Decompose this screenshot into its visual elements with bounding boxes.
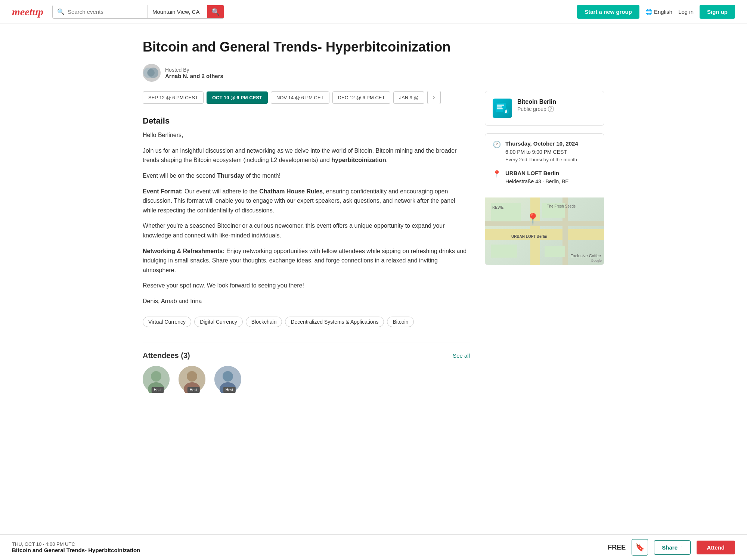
venue-address: Heidestraße 43 · Berlin, BE xyxy=(505,178,569,186)
globe-icon: 🌐 xyxy=(645,9,653,15)
group-name: Bitcoin Berlin xyxy=(517,99,556,105)
group-type-label: Public group xyxy=(517,106,546,112)
map-block-3 xyxy=(491,245,517,258)
host-names: Arnab N. and 2 others xyxy=(165,73,223,79)
map-google-label: Google xyxy=(591,259,602,262)
info-card-details: 🕐 Thursday, October 10, 2024 6:00 PM to … xyxy=(485,134,604,197)
tag-bitcoin[interactable]: Bitcoin xyxy=(387,317,414,327)
map-road-v1 xyxy=(530,197,540,265)
map-label-urban: URBAN LOFT Berlin xyxy=(511,234,547,239)
tag-decentralized[interactable]: Decentralized Systems & Applications xyxy=(285,317,384,327)
event-time: 6:00 PM to 9:00 PM CEST xyxy=(505,148,578,156)
venue-info-row: 📍 URBAN LOFT Berlin Heidestraße 43 · Ber… xyxy=(493,169,596,186)
date-info-text: Thursday, October 10, 2024 6:00 PM to 9:… xyxy=(505,140,578,163)
host-badge-0: Host xyxy=(152,387,164,393)
header-right: Start a new group 🌐 English Log in Sign … xyxy=(577,5,735,19)
group-info: Bitcoin Berlin Public group ? xyxy=(517,99,556,112)
para-networking: Networking & Refreshments: Enjoy network… xyxy=(143,246,470,275)
svg-rect-15 xyxy=(497,108,503,109)
format-text: Our event will adhere to the xyxy=(183,188,260,195)
event-info-card: 🕐 Thursday, October 10, 2024 6:00 PM to … xyxy=(485,133,604,265)
hyperbitcoinization-text: hyperbitcoinization xyxy=(331,157,386,163)
date-tab-2[interactable]: NOV 14 @ 6 PM CET xyxy=(271,91,329,104)
search-button[interactable]: 🔍 xyxy=(207,5,224,18)
login-button[interactable]: Log in xyxy=(678,9,694,15)
map-road-h2 xyxy=(485,221,604,226)
map-block-4 xyxy=(545,246,565,257)
svg-rect-13 xyxy=(497,105,504,106)
language-button[interactable]: 🌐 English xyxy=(645,9,672,15)
header: meetup 🔍 🔍 Start a new group 🌐 English L… xyxy=(0,0,747,24)
map-label-exclusive: Exclusive Coffee xyxy=(570,253,601,258)
venue-info-text: URBAN LOFT Berlin Heidestraße 43 · Berli… xyxy=(505,169,569,186)
group-type: Public group ? xyxy=(517,106,556,112)
para2-post: of the month! xyxy=(244,172,280,179)
map-placeholder: 📍 REWE URBAN LOFT Berlin The Fresh Seeds… xyxy=(485,197,604,265)
format-label: Event Format: xyxy=(143,188,183,195)
recurring-text: Every 2nd Thursday of the month xyxy=(505,156,578,164)
svg-point-2 xyxy=(147,69,155,77)
para1-end: . xyxy=(386,157,388,163)
svg-point-7 xyxy=(187,371,197,382)
date-info-row: 🕐 Thursday, October 10, 2024 6:00 PM to … xyxy=(493,140,596,163)
para-format: Event Format: Our event will adhere to t… xyxy=(143,187,470,215)
hosted-by: Hosted By Arnab N. and 2 others xyxy=(143,64,604,82)
svg-point-4 xyxy=(151,371,161,382)
details-heading: Details xyxy=(143,116,470,126)
clock-icon: 🕐 xyxy=(493,140,501,149)
new-group-button[interactable]: Start a new group xyxy=(577,5,639,19)
svg-rect-14 xyxy=(497,106,502,108)
attendees-section: Attendees (3) See all Host Host xyxy=(143,342,470,393)
venue-name: URBAN LOFT Berlin xyxy=(505,169,569,178)
date-tab-1[interactable]: OCT 10 @ 6 PM CEST xyxy=(207,91,268,104)
see-all-link[interactable]: See all xyxy=(453,352,470,359)
date-tab-4[interactable]: JAN 9 @ xyxy=(393,91,424,104)
host-badge-1: Host xyxy=(187,387,200,393)
tags-container: Virtual Currency Digital Currency Blockc… xyxy=(143,317,470,327)
group-card[interactable]: ₿ Bitcoin Berlin Public group ? xyxy=(485,91,604,126)
chatham-label: Chatham House Rules xyxy=(259,188,323,195)
networking-label: Networking & Refreshments: xyxy=(143,248,225,254)
map-pin: 📍 xyxy=(526,212,540,225)
attendee-item-1: Host xyxy=(179,366,208,393)
svg-point-10 xyxy=(223,371,233,382)
greeting-text: Hello Berliners, xyxy=(143,130,470,140)
tag-digital-currency[interactable]: Digital Currency xyxy=(194,317,243,327)
svg-text:₿: ₿ xyxy=(505,109,507,113)
hosted-by-label: Hosted By xyxy=(165,67,223,73)
attendee-item-0: Host xyxy=(143,366,173,393)
host-badge-2: Host xyxy=(223,387,236,393)
signature-text: Denis, Arnab and Irina xyxy=(143,296,470,306)
location-input[interactable] xyxy=(148,5,207,18)
attendees-list: Host Host Host xyxy=(143,366,470,393)
search-container: 🔍 🔍 xyxy=(52,5,224,19)
content-grid: SEP 12 @ 6 PM CEST OCT 10 @ 6 PM CEST NO… xyxy=(143,91,604,392)
group-logo: ₿ xyxy=(493,99,512,118)
meetup-logo[interactable]: meetup xyxy=(12,6,43,18)
search-input[interactable] xyxy=(68,9,143,15)
para2: Event will be on the second Thursday of … xyxy=(143,171,470,181)
event-date: Thursday, October 10, 2024 xyxy=(505,140,578,148)
thursday-text: Thursday xyxy=(217,172,244,179)
help-icon: ? xyxy=(548,106,554,112)
para2-pre: Event will be on the second xyxy=(143,172,217,179)
location-icon: 📍 xyxy=(493,170,501,178)
sidebar-inner: ₿ Bitcoin Berlin Public group ? xyxy=(485,91,604,265)
page-title: Bitcoin and General Trends- Hyperbitcoin… xyxy=(143,39,604,55)
map-label-fresh: The Fresh Seeds xyxy=(547,204,576,208)
search-input-wrapper: 🔍 xyxy=(53,5,148,18)
host-avatar xyxy=(143,64,161,82)
tag-blockchain[interactable]: Blockchain xyxy=(246,317,282,327)
date-tab-0[interactable]: SEP 12 @ 6 PM CEST xyxy=(143,91,204,104)
language-label: English xyxy=(654,9,672,15)
para1: Join us for an insightful discussion and… xyxy=(143,146,470,165)
date-tab-3[interactable]: DEC 12 @ 6 PM CET xyxy=(332,91,391,104)
page-content: Bitcoin and General Trends- Hyperbitcoin… xyxy=(131,24,616,408)
attendees-heading: Attendees (3) xyxy=(143,351,190,360)
search-icon: 🔍 xyxy=(57,8,65,15)
date-tab-next-arrow[interactable]: › xyxy=(427,91,441,104)
map-container[interactable]: 📍 REWE URBAN LOFT Berlin The Fresh Seeds… xyxy=(485,197,604,265)
signup-button[interactable]: Sign up xyxy=(700,5,735,19)
tag-virtual-currency[interactable]: Virtual Currency xyxy=(143,317,191,327)
hosted-by-text: Hosted By Arnab N. and 2 others xyxy=(165,67,223,79)
